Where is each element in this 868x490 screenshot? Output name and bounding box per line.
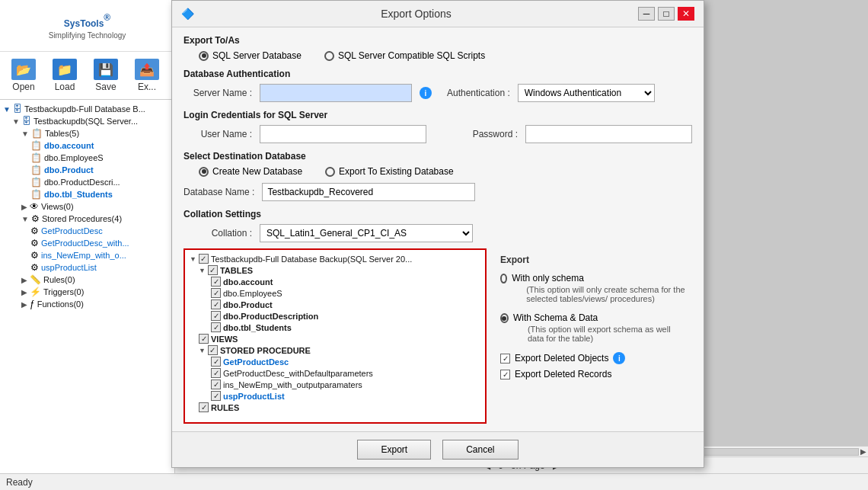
sidebar-proc-getproductdesc[interactable]: ⚙ GetProductDesc [30, 225, 171, 237]
with-schema-text: With only schema (This option will only … [512, 273, 686, 303]
password-input[interactable] [525, 125, 692, 143]
load-button[interactable]: 📁 Load [45, 56, 85, 95]
with-schema-radio[interactable] [500, 274, 507, 283]
create-new-db-radio[interactable]: Create New Database [199, 166, 302, 177]
tree-rules-group[interactable]: ✓ RULES [188, 402, 482, 413]
tree-storedproc-group[interactable]: ▼ ✓ STORED PROCEDURE [188, 344, 482, 356]
export-section: Export With only schema (This option wil… [494, 248, 692, 390]
tree-students-checkbox[interactable]: ✓ [211, 322, 221, 332]
tree-proc1-checkbox[interactable]: ✓ [211, 357, 221, 367]
tree-employees-checkbox[interactable]: ✓ [211, 288, 221, 298]
dialog-controls: ─ □ ✕ [638, 7, 694, 21]
tree-table-productdesc[interactable]: ✓ dbo.ProductDescription [188, 310, 482, 322]
tree-root-item[interactable]: ▼ ✓ Testbackupdb-Full Database Backup(SQ… [188, 253, 482, 264]
authentication-select[interactable]: Windows AuthenticationSQL Server Authent… [518, 84, 655, 102]
maximize-button[interactable]: □ [658, 7, 675, 21]
sidebar-proc-ins-new-emp[interactable]: ⚙ ins_NewEmp_with_o... [30, 249, 171, 261]
tree-tables-group[interactable]: ▼ ✓ TABLES [188, 264, 482, 276]
tree-tables-toggle[interactable]: ▼ [199, 267, 206, 274]
tree-table-product[interactable]: ✓ dbo.Product [188, 299, 482, 310]
db-name-label: Database Name : [183, 187, 254, 197]
export-deleted-objects-checkbox[interactable] [500, 354, 510, 363]
tree-storedproc-checkbox[interactable]: ✓ [208, 345, 218, 355]
sidebar-table-students[interactable]: 📋 dbo.tbl_Students [30, 188, 171, 200]
sql-server-db-radio[interactable]: SQL Server Database [199, 50, 302, 61]
export-deleted-objects-item[interactable]: Export Deleted Objects i [500, 352, 686, 364]
dialog-body: Export To/As SQL Server Database SQL Ser… [172, 27, 704, 431]
tree-proc-getproductdesc[interactable]: ✓ GetProductDesc [188, 356, 482, 367]
sidebar-functions-group[interactable]: ▶ ƒ Functions(0) [21, 298, 171, 310]
username-input[interactable] [260, 125, 426, 143]
sidebar-rules-group[interactable]: ▶ 📏 Rules(0) [21, 274, 171, 286]
brand-name: SysTools® [11, 11, 163, 31]
export-toolbar-button[interactable]: 📤 Ex... [127, 56, 167, 95]
sidebar-proc-getproductdesc-with[interactable]: ⚙ GetProductDesc_with... [30, 237, 171, 249]
tree-proc4-checkbox[interactable]: ✓ [211, 391, 221, 401]
sql-scripts-radio[interactable]: SQL Server Compatible SQL Scripts [324, 50, 485, 61]
server-info-icon[interactable]: i [420, 87, 432, 99]
open-button[interactable]: 📂 Open [4, 56, 43, 95]
login-credentials-row: User Name : Password : [183, 125, 692, 143]
sidebar-tree-db[interactable]: ▼ 🗄 Testbackupdb(SQL Server... [12, 115, 171, 127]
create-new-radio-indicator [199, 167, 209, 177]
tree-productdesc-checkbox[interactable]: ✓ [211, 311, 221, 321]
collation-field-label: Collation : [183, 228, 252, 239]
sidebar-tables-group[interactable]: ▼ 📋 Tables(5) [21, 127, 171, 139]
open-icon: 📂 [11, 59, 36, 80]
tree-proc3-checkbox[interactable]: ✓ [211, 380, 221, 389]
sidebar-proc-usp-product-list[interactable]: ⚙ uspProductList [30, 261, 171, 274]
scroll-right-btn[interactable]: ▶ [860, 447, 866, 456]
sidebar-table-product[interactable]: 📋 dbo.Product [30, 164, 171, 176]
server-name-label: Server Name : [183, 88, 252, 98]
export-button[interactable]: Export [357, 440, 431, 460]
save-button[interactable]: 💾 Save [86, 56, 126, 95]
export-options-dialog: 🔷 Export Options ─ □ ✕ Export To/As SQL … [171, 0, 704, 468]
cancel-button[interactable]: Cancel [442, 440, 518, 460]
with-schema-data-option[interactable]: With Schema & Data (This option will exp… [500, 312, 686, 343]
sidebar-views-group[interactable]: ▶ 👁 Views(0) [21, 200, 171, 213]
object-tree-panel[interactable]: ▼ ✓ Testbackupdb-Full Database Backup(SQ… [183, 248, 487, 424]
tree-table-employees[interactable]: ✓ dbo.EmployeeS [188, 287, 482, 299]
save-icon: 💾 [94, 59, 118, 80]
minimize-button[interactable]: ─ [638, 7, 655, 21]
sidebar-tree-root[interactable]: ▼ 🗄 Testbackupdb-Full Database B... [3, 103, 171, 115]
tree-views-group[interactable]: ✓ VIEWS [188, 333, 482, 344]
tree-storedproc-toggle[interactable]: ▼ [199, 347, 206, 354]
tree-table-account[interactable]: ✓ dbo.account [188, 276, 482, 287]
password-label: Password : [449, 129, 518, 139]
toolbar: 📂 Open 📁 Load 💾 Save 📤 Ex... [0, 52, 174, 100]
tagline: Simplifying Technology [11, 31, 163, 40]
export-deleted-records-checkbox[interactable] [500, 370, 510, 380]
sidebar-storedproc-group[interactable]: ▼ ⚙ Stored Procedures(4) [21, 213, 171, 225]
export-deleted-objects-info-icon[interactable]: i [613, 352, 625, 364]
sidebar-table-employees[interactable]: 📋 dbo.EmployeeS [30, 152, 171, 164]
with-schema-data-radio[interactable] [500, 313, 509, 323]
collation-select[interactable]: SQL_Latin1_General_CP1_CI_AS [260, 224, 473, 242]
server-name-row: Server Name : i Authentication : Windows… [183, 84, 692, 102]
with-schema-option[interactable]: With only schema (This option will only … [500, 273, 686, 303]
tree-proc-ins-new-emp[interactable]: ✓ ins_NewEmp_with_outputparamaters [188, 379, 482, 390]
tree-root-checkbox[interactable]: ✓ [199, 254, 209, 264]
tree-rules-checkbox[interactable]: ✓ [199, 402, 209, 412]
export-existing-radio[interactable]: Export To Existing Database [325, 166, 454, 177]
server-name-input[interactable] [260, 84, 412, 102]
close-button[interactable]: ✕ [678, 7, 694, 21]
sidebar-tree: ▼ 🗄 Testbackupdb-Full Database B... ▼ 🗄 … [0, 100, 174, 473]
collation-row: Collation : SQL_Latin1_General_CP1_CI_AS [183, 224, 692, 242]
sidebar-table-productdesc[interactable]: 📋 dbo.ProductDescri... [30, 176, 171, 188]
tree-proc-usp[interactable]: ✓ uspProductList [188, 390, 482, 402]
tree-views-checkbox[interactable]: ✓ [199, 334, 209, 344]
database-name-input[interactable] [262, 183, 475, 201]
export-deleted-records-item[interactable]: Export Deleted Records [500, 369, 686, 380]
tree-tables-checkbox[interactable]: ✓ [208, 265, 218, 275]
tree-root-toggle[interactable]: ▼ [190, 255, 196, 263]
tree-product-checkbox[interactable]: ✓ [211, 299, 221, 309]
db-auth-section-label: Database Authentication [183, 69, 692, 79]
tree-account-checkbox[interactable]: ✓ [211, 277, 221, 287]
tree-table-students[interactable]: ✓ dbo.tbl_Students [188, 322, 482, 333]
sidebar-triggers-group[interactable]: ▶ ⚡ Triggers(0) [21, 286, 171, 298]
tree-proc-getproductdesc-default[interactable]: ✓ GetProductDesc_withDefaultparameters [188, 367, 482, 379]
sidebar-table-account[interactable]: 📋 dbo.account [30, 139, 171, 152]
dialog-footer: Export Cancel [172, 431, 704, 467]
tree-proc2-checkbox[interactable]: ✓ [211, 368, 221, 378]
